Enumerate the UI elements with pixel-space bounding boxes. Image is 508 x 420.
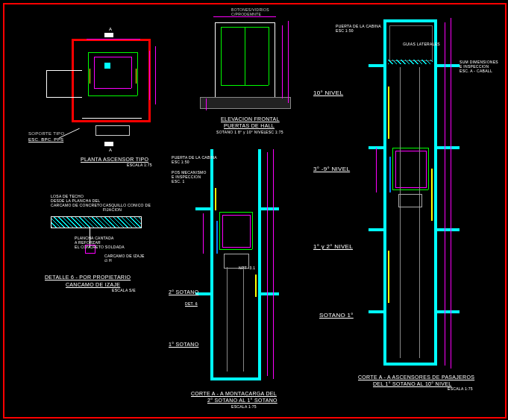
sr-ls1: SOTANO 1° (319, 312, 354, 319)
button-panel-icon (104, 63, 110, 69)
sr-l39: 3° -9° NIVEL (313, 166, 350, 172)
sr-l12: 1° y 2° NIVEL (313, 243, 353, 250)
sl-l1: 1° SOTANO (169, 342, 198, 347)
sr-rail: GUIAS LATERALES (403, 42, 440, 46)
plan-note-detail: ESC. BPC. PPS (28, 137, 63, 142)
sr-title: CORTE A - A ASCENSORES DE PASAJEROS (358, 374, 474, 380)
elev-title: ELEVACION FRONTAL (221, 116, 280, 122)
sl-npt: NPT -3.1 (239, 266, 255, 270)
d6-scale: ESCALA S/E (112, 288, 136, 292)
section-mark-bottom: A (109, 148, 112, 152)
d6-note5: FIJACION (103, 207, 122, 212)
d6-note8: EL CONCRETO SOLDADA (75, 245, 125, 249)
plan-scale: ESCALA 1:75 (127, 163, 152, 167)
sl-subtitle: 2° SOTANO AL 1° SOTANO (207, 398, 277, 403)
d6-title: DETALLE 6 - POR PROPIETARIO (45, 275, 131, 280)
sr-subtitle: DEL 1° SOTANO AL 10° NIVEL (373, 381, 451, 386)
plan-title: PLANTA ASCENSOR TIPO (81, 157, 148, 162)
sl-l2: 2° SOTANO (169, 289, 198, 295)
d6-subtitle: CANCAMO DE IZAJE (66, 282, 120, 287)
sl-scale: ESCALA 1:75 (231, 404, 257, 409)
sl-title: CORTE A - A MONTACARGA DEL (191, 391, 277, 396)
sr-l10: 10° NIVEL (313, 90, 343, 96)
elev-scale: ESC 1:75 (266, 130, 283, 134)
elev-range: SOTANO 1 8° y 10° NIVEL (216, 130, 266, 134)
sr-scale: ESCALA 1:75 (448, 386, 473, 391)
elev-header2: C/PRODEMNTE (231, 12, 261, 16)
sr-door2: ESC 1:50 (336, 28, 354, 33)
elev-subtitle: PUERTAS DE HALL (224, 123, 275, 128)
plan-note-label: SOPORTE TIPO (28, 131, 64, 136)
section-mark-top: A (109, 27, 112, 31)
viewport-highlight (72, 39, 151, 122)
sl-det: DET. 6 (185, 301, 198, 306)
sr-side3: ESC. A - CABALL (460, 69, 492, 73)
sl-motor3: ESC. 1 (172, 179, 185, 184)
sl-door-s: ESC 1:50 (172, 160, 189, 164)
d6-note3: CARCAMO DE CONCRETO (51, 203, 103, 207)
d6-rod2: ∅ H (104, 258, 112, 263)
